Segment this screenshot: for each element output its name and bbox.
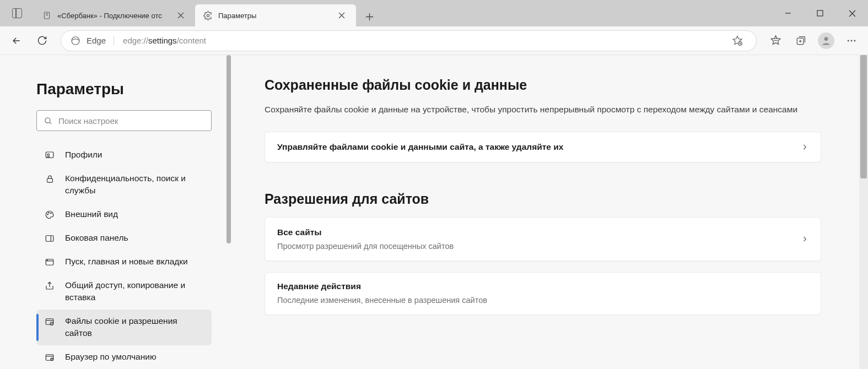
edge-logo-icon: [70, 35, 81, 46]
chevron-right-icon: [801, 235, 808, 243]
collections-button[interactable]: [790, 30, 812, 52]
tab-close-button[interactable]: [334, 8, 349, 23]
section-permissions-title: Разрешения для сайтов: [265, 191, 860, 207]
favorites-button[interactable]: [764, 30, 786, 52]
section-cookies-desc: Сохраняйте файлы cookie и данные на устр…: [265, 103, 821, 116]
sidepanel-icon: [44, 232, 55, 245]
menu-button[interactable]: [840, 30, 862, 52]
nav-label: Файлы cookie и разрешения сайтов: [65, 315, 206, 340]
svg-point-7: [848, 40, 849, 41]
card-subtitle: Просмотр разрешений для посещенных сайто…: [277, 242, 454, 251]
card-subtitle: Последние изменения, внесенные в разреше…: [277, 296, 808, 305]
card-title: Недавние действия: [277, 281, 808, 291]
svg-point-19: [47, 260, 47, 261]
svg-point-10: [45, 117, 50, 122]
card-manage-cookies[interactable]: Управляйте файлами cookie и данными сайт…: [265, 132, 821, 162]
minimize-button[interactable]: [772, 0, 804, 26]
site-identity-label: Edge: [87, 36, 106, 45]
scrollbar-thumb[interactable]: [227, 55, 231, 243]
card-all-sites[interactable]: Все сайты Просмотр разрешений для посеще…: [265, 217, 821, 261]
svg-point-9: [854, 40, 855, 41]
nav-label: Конфиденциальность, поиск и службы: [65, 172, 206, 197]
back-button[interactable]: [6, 30, 28, 52]
search-input[interactable]: [58, 116, 204, 126]
tab-title: Параметры: [218, 12, 328, 20]
card-recent-activity[interactable]: Недавние действия Последние изменения, в…: [265, 272, 821, 315]
avatar-icon: [818, 32, 834, 49]
window-icon: [44, 256, 55, 268]
nav-profiles[interactable]: Профили: [36, 143, 212, 167]
search-settings-box[interactable]: [36, 110, 212, 131]
palette-icon: [44, 209, 55, 221]
add-favorite-button[interactable]: [726, 30, 748, 52]
nav-label: Внешний вид: [65, 208, 118, 220]
nav-default-browser[interactable]: Браузер по умолчанию: [36, 345, 212, 369]
browser-icon: [44, 351, 55, 363]
nav-privacy[interactable]: Конфиденциальность, поиск и службы: [36, 167, 212, 203]
nav-cookies-site-perms[interactable]: Файлы cookie и разрешения сайтов: [36, 310, 212, 345]
titlebar: «Сбербанк» - Подключение отс Параметры: [0, 0, 868, 26]
svg-point-12: [47, 154, 50, 156]
scrollbar-thumb[interactable]: [860, 55, 867, 178]
tab-settings[interactable]: Параметры: [195, 4, 356, 26]
svg-point-14: [47, 214, 48, 215]
svg-point-6: [824, 37, 828, 41]
nav-share-copy-paste[interactable]: Общий доступ, копирование и вставка: [36, 274, 212, 310]
url-text: edge://settings/content: [123, 36, 720, 45]
address-bar[interactable]: Edge edge://settings/content: [61, 30, 757, 51]
main-content: Сохраненные файлы cookie и данные Сохран…: [231, 55, 868, 369]
cookies-icon: [44, 316, 55, 328]
nav-label: Боковая панель: [65, 232, 128, 244]
sidebar-scrollbar[interactable]: [226, 55, 231, 369]
svg-rect-13: [47, 178, 52, 182]
svg-rect-0: [44, 12, 49, 19]
close-window-button[interactable]: [836, 0, 868, 26]
panel-icon: [12, 8, 22, 18]
new-tab-button[interactable]: [359, 7, 379, 26]
tabs-sidebar-button[interactable]: [0, 0, 34, 26]
nav-label: Профили: [65, 149, 103, 161]
nav-appearance[interactable]: Внешний вид: [36, 203, 212, 226]
page-icon: [42, 10, 52, 20]
svg-point-3: [72, 36, 79, 44]
tab-title: «Сбербанк» - Подключение отс: [57, 12, 168, 20]
profile-button[interactable]: [815, 30, 837, 52]
tab-sberbank[interactable]: «Сбербанк» - Подключение отс: [34, 4, 195, 26]
share-icon: [44, 280, 55, 292]
tab-close-button[interactable]: [173, 8, 188, 23]
content-viewport: Параметры Профили Конфиденциальность, по…: [0, 55, 868, 369]
nav-side-panel[interactable]: Боковая панель: [36, 226, 212, 250]
profile-icon: [44, 149, 55, 161]
settings-nav: Профили Конфиденциальность, поиск и служ…: [0, 141, 231, 369]
lock-icon: [44, 173, 55, 185]
svg-rect-17: [46, 236, 53, 242]
svg-point-15: [48, 212, 50, 213]
svg-point-16: [51, 213, 52, 214]
nav-start-home-newtab[interactable]: Пуск, главная и новые вкладки: [36, 250, 212, 274]
toolbar: Edge edge://settings/content: [0, 26, 868, 55]
settings-sidebar: Параметры Профили Конфиденциальность, по…: [0, 55, 231, 369]
tabs-strip: «Сбербанк» - Подключение отс Параметры: [34, 4, 379, 26]
card-title: Все сайты: [277, 227, 454, 237]
separator: [114, 36, 114, 46]
gear-icon: [203, 10, 213, 20]
chevron-right-icon: [801, 143, 808, 151]
svg-point-8: [851, 40, 853, 41]
nav-label: Общий доступ, копирование и вставка: [65, 279, 206, 304]
main-scrollbar[interactable]: [859, 55, 868, 369]
refresh-button[interactable]: [31, 30, 53, 52]
card-title: Управляйте файлами cookie и данными сайт…: [277, 142, 563, 152]
maximize-button[interactable]: [804, 0, 836, 26]
section-cookies-title: Сохраненные файлы cookie и данные: [265, 77, 860, 93]
nav-label: Браузер по умолчанию: [65, 351, 157, 363]
svg-rect-2: [817, 10, 823, 16]
site-identity[interactable]: Edge: [70, 35, 116, 46]
page-title: Параметры: [0, 80, 231, 110]
window-controls: [772, 0, 868, 26]
svg-point-1: [207, 14, 209, 17]
search-icon: [44, 116, 53, 126]
nav-label: Пуск, главная и новые вкладки: [65, 256, 188, 268]
